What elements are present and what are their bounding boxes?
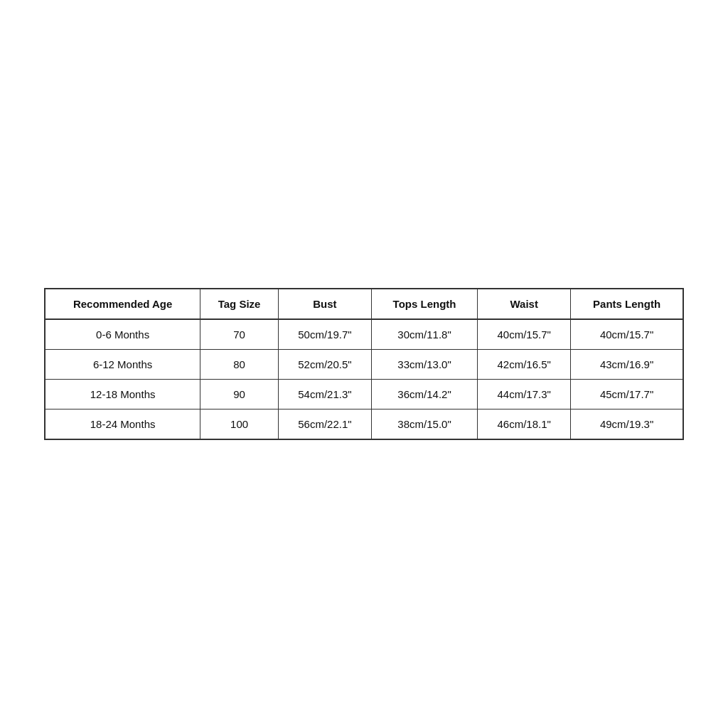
cell-pants-length: 40cm/15.7" xyxy=(571,319,683,350)
cell-waist: 42cm/16.5" xyxy=(478,350,571,380)
cell-age: 12-18 Months xyxy=(45,380,200,410)
header-bust: Bust xyxy=(278,289,371,319)
cell-tops-length: 30cm/11.8" xyxy=(371,319,477,350)
cell-waist: 44cm/17.3" xyxy=(478,380,571,410)
cell-tag-size: 80 xyxy=(200,350,279,380)
cell-bust: 52cm/20.5" xyxy=(278,350,371,380)
table-row: 12-18 Months9054cm/21.3"36cm/14.2"44cm/1… xyxy=(45,380,683,410)
table-row: 0-6 Months7050cm/19.7"30cm/11.8"40cm/15.… xyxy=(45,319,683,350)
cell-bust: 56cm/22.1" xyxy=(278,410,371,440)
cell-waist: 46cm/18.1" xyxy=(478,410,571,440)
header-waist: Waist xyxy=(478,289,571,319)
cell-pants-length: 49cm/19.3" xyxy=(571,410,683,440)
cell-tops-length: 33cm/13.0" xyxy=(371,350,477,380)
header-recommended-age: Recommended Age xyxy=(45,289,200,319)
cell-tops-length: 36cm/14.2" xyxy=(371,380,477,410)
cell-bust: 50cm/19.7" xyxy=(278,319,371,350)
cell-pants-length: 45cm/17.7" xyxy=(571,380,683,410)
header-pants-length: Pants Length xyxy=(571,289,683,319)
header-tag-size: Tag Size xyxy=(200,289,279,319)
header-tops-length: Tops Length xyxy=(371,289,477,319)
table-row: 6-12 Months8052cm/20.5"33cm/13.0"42cm/16… xyxy=(45,350,683,380)
table-header-row: Recommended Age Tag Size Bust Tops Lengt… xyxy=(45,289,683,319)
cell-tag-size: 100 xyxy=(200,410,279,440)
size-chart-table: Recommended Age Tag Size Bust Tops Lengt… xyxy=(44,288,684,440)
size-chart-container: Recommended Age Tag Size Bust Tops Lengt… xyxy=(44,288,684,440)
cell-age: 0-6 Months xyxy=(45,319,200,350)
cell-tag-size: 70 xyxy=(200,319,279,350)
cell-age: 18-24 Months xyxy=(45,410,200,440)
cell-pants-length: 43cm/16.9" xyxy=(571,350,683,380)
cell-tops-length: 38cm/15.0" xyxy=(371,410,477,440)
table-row: 18-24 Months10056cm/22.1"38cm/15.0"46cm/… xyxy=(45,410,683,440)
cell-waist: 40cm/15.7" xyxy=(478,319,571,350)
cell-tag-size: 90 xyxy=(200,380,279,410)
cell-age: 6-12 Months xyxy=(45,350,200,380)
cell-bust: 54cm/21.3" xyxy=(278,380,371,410)
